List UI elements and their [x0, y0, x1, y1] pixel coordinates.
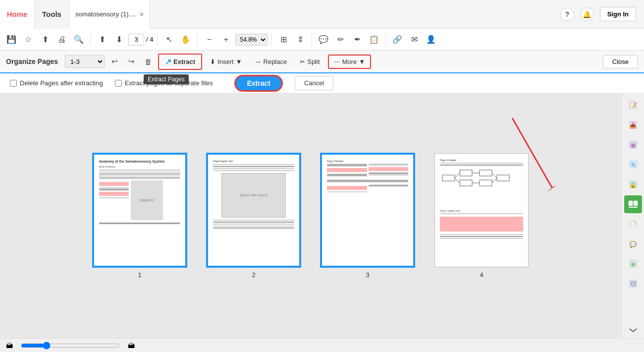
split-button[interactable]: ✂ Split [295, 56, 324, 68]
page-range-select[interactable]: 1-3 All [65, 55, 105, 68]
home-label: Home [7, 10, 28, 18]
svg-rect-4 [480, 180, 492, 186]
page-frame-2[interactable]: Page Header Text [figure with colors] [207, 153, 301, 267]
sidebar-expand-icon[interactable] [628, 327, 639, 335]
page-thumb-2[interactable]: Page Header Text [figure with colors] [207, 153, 301, 279]
pointer-tool[interactable]: ↖ [161, 32, 176, 47]
print-button[interactable]: 🖨 [54, 32, 69, 47]
next-page-button[interactable]: ⬇ [111, 32, 126, 47]
search-button[interactable]: 🔍 [71, 32, 86, 47]
extract-options-bar: Delete Pages after extracting Extract pa… [0, 73, 644, 93]
delete-pages-label: Delete Pages after extracting [20, 79, 103, 87]
page-thumb-4[interactable]: Page 4 Header [434, 153, 529, 279]
delete-pages-checkbox[interactable] [10, 80, 17, 87]
separate-files-checkbox[interactable] [115, 80, 122, 87]
extract-button-org[interactable]: ↗ Extract [158, 54, 202, 70]
separator-4 [271, 34, 272, 46]
sidebar-organize-icon[interactable]: ⊞ [624, 136, 642, 154]
markup-button[interactable]: ✒ [350, 32, 365, 47]
separator-2 [157, 34, 158, 46]
zoom-in-button[interactable]: + [218, 32, 233, 47]
page-frame-3[interactable]: Page 3 Header [321, 153, 415, 267]
mail-button[interactable]: ✉ [407, 32, 422, 47]
sidebar-pdf-edit-icon[interactable]: 📝 [624, 96, 642, 114]
home-tab[interactable]: Home [0, 0, 35, 29]
insert-button[interactable]: ⬇ Insert ▼ [205, 56, 247, 68]
extract-label: Extract [173, 58, 195, 65]
extract-icon: ↗ [165, 57, 171, 66]
page-number-input[interactable] [128, 34, 144, 46]
page3-highlight1 [327, 168, 367, 172]
svg-text:💬: 💬 [630, 241, 637, 248]
page4-lines [440, 163, 523, 166]
zoom-select[interactable]: 54.8% 100% 150% [235, 34, 268, 46]
svg-rect-25 [634, 201, 638, 206]
page4-caption: Figure caption text [440, 209, 523, 212]
sidebar-pages-icon[interactable]: 📄 [624, 215, 642, 233]
link-button[interactable]: 🔗 [390, 32, 405, 47]
stamp-button[interactable]: 📋 [367, 32, 381, 47]
close-tab-button[interactable]: × [140, 10, 144, 18]
svg-rect-3 [480, 170, 492, 176]
page2-lines [213, 164, 294, 171]
hand-tool[interactable]: ✋ [178, 32, 193, 47]
save-button[interactable]: 💾 [4, 32, 19, 47]
sidebar-shield-icon[interactable]: 🛡 [624, 275, 642, 293]
svg-rect-26 [629, 207, 638, 208]
extract-pages-button[interactable]: Extract [234, 75, 282, 92]
page1-title: Anatomy of the Somatosensory System [99, 160, 180, 163]
delete-pages-option[interactable]: Delete Pages after extracting [10, 79, 103, 87]
svg-rect-24 [629, 201, 633, 206]
page-number-1: 1 [138, 271, 141, 279]
right-sidebar: 📝 📤 ⊞ ✎ 🔒 📄 💬 ⊞ 🛡 [621, 93, 644, 338]
page4-lines2 [440, 213, 523, 239]
prev-page-button[interactable]: ⬆ [95, 32, 109, 47]
notifications-button[interactable]: 🔔 [580, 7, 594, 21]
separator-5 [312, 34, 312, 46]
undo-button[interactable]: ↩ [107, 55, 121, 68]
bottom-bar: 🏔 🏔 [0, 338, 644, 352]
bookmark-button[interactable]: ☆ [21, 32, 36, 47]
tools-label: Tools [42, 10, 61, 18]
svg-marker-13 [547, 185, 557, 192]
svg-text:✎: ✎ [631, 162, 635, 168]
user-button[interactable]: 👤 [424, 32, 438, 47]
sidebar-comment-icon[interactable]: 💬 [624, 235, 642, 253]
page-thumb-3[interactable]: Page 3 Header [321, 153, 415, 279]
delete-pages-button[interactable]: 🗑 [141, 55, 155, 68]
page-thumb-1[interactable]: Anatomy of the Somatosensory System Brai… [93, 153, 187, 279]
zoom-max-icon: 🏔 [128, 342, 135, 350]
page1-highlight [99, 182, 129, 186]
help-button[interactable]: ? [560, 7, 574, 21]
svg-rect-1 [460, 170, 472, 176]
sidebar-compress-icon[interactable]: ⊞ [624, 255, 642, 273]
replace-button[interactable]: ↔ Replace [250, 56, 292, 68]
top-right-area: ? 🔔 Sign In [560, 7, 644, 21]
redo-button[interactable]: ↪ [124, 55, 138, 68]
zoom-slider[interactable] [21, 342, 120, 350]
page-frame-4[interactable]: Page 4 Header [434, 153, 529, 267]
comment-button[interactable]: 💬 [316, 32, 331, 47]
sidebar-organize-active-icon[interactable] [624, 195, 642, 213]
page2-header: Page Header Text [213, 160, 294, 163]
svg-line-7 [455, 178, 460, 183]
page-frame-1[interactable]: Anatomy of the Somatosensory System Brai… [93, 153, 187, 267]
sidebar-enhance-icon[interactable]: ✎ [624, 156, 642, 174]
more-button[interactable]: ⋯ More ▼ [328, 55, 372, 69]
close-organize-button[interactable]: Close [603, 55, 638, 68]
svg-rect-0 [442, 175, 455, 181]
pen-button[interactable]: ✏ [333, 32, 348, 47]
svg-rect-5 [497, 175, 509, 181]
tools-tab[interactable]: Tools [35, 0, 69, 29]
zoom-out-button[interactable]: − [202, 32, 216, 47]
page-total: / 4 [146, 36, 153, 43]
sidebar-export-icon[interactable]: 📤 [624, 116, 642, 134]
upload-button[interactable]: ⬆ [38, 32, 53, 47]
svg-text:⊞: ⊞ [631, 262, 635, 267]
signin-button[interactable]: Sign In [600, 7, 636, 21]
separate-files-option[interactable]: Extract pages as separate files [115, 79, 213, 87]
sidebar-protect-icon[interactable]: 🔒 [624, 176, 642, 193]
fit-page-button[interactable]: ⊞ [276, 32, 291, 47]
cancel-extract-button[interactable]: Cancel [295, 76, 333, 90]
scroll-button[interactable]: ⇕ [293, 32, 308, 47]
